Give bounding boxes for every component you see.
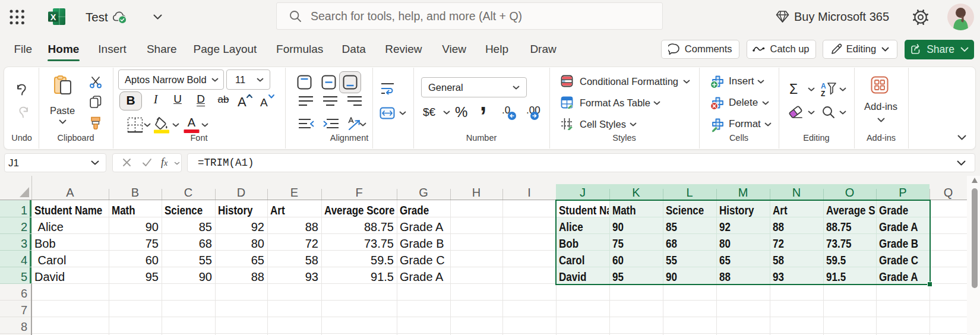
svg-text:A: A — [821, 82, 826, 90]
svg-text:A: A — [238, 94, 246, 109]
svg-text:A: A — [260, 96, 268, 109]
svg-text:X: X — [50, 12, 56, 22]
svg-text:A: A — [188, 116, 196, 129]
svg-text:Z: Z — [821, 90, 825, 97]
